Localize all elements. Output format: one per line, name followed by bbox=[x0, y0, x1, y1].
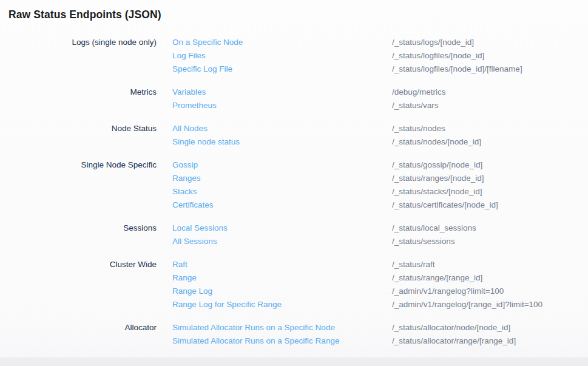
endpoint-row: Simulated Allocator Runs on a Specific R… bbox=[172, 334, 516, 348]
endpoint-link[interactable]: Range Log bbox=[172, 285, 392, 298]
category-label: Single Node Specific bbox=[0, 158, 157, 212]
endpoint-path: /_admin/v1/rangelog/[range_id]?limit=100 bbox=[392, 298, 542, 311]
endpoint-row: All Nodes /_status/nodes bbox=[172, 122, 481, 135]
endpoint-link[interactable]: Range Log for Specific Range bbox=[172, 298, 392, 311]
endpoint-path: /_status/allocator/node/[node_id] bbox=[392, 321, 510, 334]
endpoint-link[interactable]: Range bbox=[172, 271, 392, 285]
endpoint-link[interactable]: Raft bbox=[172, 258, 392, 271]
endpoint-row: Raft /_status/raft bbox=[172, 258, 542, 271]
endpoint-group: Sessions Local Sessions /_status/local_s… bbox=[0, 222, 588, 248]
endpoint-path: /_status/nodes/[node_id] bbox=[392, 135, 481, 149]
endpoint-row: Variables /debug/metrics bbox=[172, 86, 446, 99]
endpoint-link[interactable]: Specific Log File bbox=[172, 63, 392, 76]
endpoint-path: /_status/raft bbox=[392, 258, 435, 271]
entry-list: All Nodes /_status/nodes Single node sta… bbox=[172, 122, 481, 149]
endpoint-groups: Logs (single node only) On a Specific No… bbox=[0, 36, 588, 348]
endpoint-path: /_status/ranges/[node_id] bbox=[392, 172, 484, 185]
endpoint-row: On a Specific Node /_status/logs/[node_i… bbox=[172, 36, 522, 49]
endpoint-row: Local Sessions /_status/local_sessions bbox=[172, 222, 476, 235]
entry-list: Simulated Allocator Runs on a Specific N… bbox=[172, 321, 516, 348]
endpoint-group: Allocator Simulated Allocator Runs on a … bbox=[0, 321, 588, 348]
endpoint-path: /_status/allocator/range/[range_id] bbox=[392, 334, 516, 348]
footer-strip bbox=[0, 358, 588, 366]
endpoint-row: Log Files /_status/logfiles/[node_id] bbox=[172, 49, 522, 63]
endpoint-path: /_status/range/[range_id] bbox=[392, 271, 482, 285]
endpoint-link[interactable]: Prometheus bbox=[172, 99, 392, 112]
entry-list: On a Specific Node /_status/logs/[node_i… bbox=[172, 36, 522, 76]
category-label: Cluster Wide bbox=[0, 258, 157, 311]
category-label: Sessions bbox=[0, 222, 157, 248]
endpoint-link[interactable]: Single node status bbox=[172, 135, 392, 149]
endpoint-row: Specific Log File /_status/logfiles/[nod… bbox=[172, 63, 522, 76]
endpoint-group: Logs (single node only) On a Specific No… bbox=[0, 36, 588, 76]
endpoint-row: Stacks /_status/stacks/[node_id] bbox=[172, 185, 498, 198]
endpoint-path: /_status/gossip/[node_id] bbox=[392, 158, 482, 172]
endpoint-link[interactable]: Ranges bbox=[172, 172, 392, 185]
entry-list: Variables /debug/metrics Prometheus /_st… bbox=[172, 86, 446, 112]
category-label: Allocator bbox=[0, 321, 157, 348]
endpoint-path: /_status/local_sessions bbox=[392, 222, 476, 235]
raw-status-endpoints-page: Raw Status Endpoints (JSON) Logs (single… bbox=[0, 8, 588, 348]
endpoint-group: Metrics Variables /debug/metrics Prometh… bbox=[0, 86, 588, 112]
endpoint-link[interactable]: Stacks bbox=[172, 185, 392, 198]
endpoint-row: Range Log for Specific Range /_admin/v1/… bbox=[172, 298, 542, 311]
endpoint-link[interactable]: Variables bbox=[172, 86, 392, 99]
endpoint-row: Range Log /_admin/v1/rangelog?limit=100 bbox=[172, 285, 542, 298]
endpoint-link[interactable]: Local Sessions bbox=[172, 222, 392, 235]
endpoint-row: Simulated Allocator Runs on a Specific N… bbox=[172, 321, 516, 334]
endpoint-group: Cluster Wide Raft /_status/raft Range /_… bbox=[0, 258, 588, 311]
page-title: Raw Status Endpoints (JSON) bbox=[8, 8, 588, 21]
endpoint-link[interactable]: Simulated Allocator Runs on a Specific R… bbox=[172, 334, 392, 348]
category-label: Logs (single node only) bbox=[0, 36, 157, 76]
endpoint-row: Ranges /_status/ranges/[node_id] bbox=[172, 172, 498, 185]
endpoint-row: Single node status /_status/nodes/[node_… bbox=[172, 135, 481, 149]
endpoint-group: Single Node Specific Gossip /_status/gos… bbox=[0, 158, 588, 212]
endpoint-path: /_status/logfiles/[node_id] bbox=[392, 49, 484, 63]
endpoint-link[interactable]: All Nodes bbox=[172, 122, 392, 135]
endpoint-path: /_status/nodes bbox=[392, 122, 445, 135]
category-label: Node Status bbox=[0, 122, 157, 149]
endpoint-path: /debug/metrics bbox=[392, 86, 446, 99]
entry-list: Raft /_status/raft Range /_status/range/… bbox=[172, 258, 542, 311]
endpoint-row: All Sessions /_status/sessions bbox=[172, 235, 476, 248]
endpoint-group: Node Status All Nodes /_status/nodes Sin… bbox=[0, 122, 588, 149]
endpoint-path: /_status/sessions bbox=[392, 235, 455, 248]
endpoint-row: Prometheus /_status/vars bbox=[172, 99, 446, 112]
endpoint-row: Range /_status/range/[range_id] bbox=[172, 271, 542, 285]
entry-list: Local Sessions /_status/local_sessions A… bbox=[172, 222, 476, 248]
endpoint-path: /_status/logfiles/[node_id]/[filename] bbox=[392, 63, 522, 76]
endpoint-link[interactable]: Simulated Allocator Runs on a Specific N… bbox=[172, 321, 392, 334]
endpoint-path: /_status/logs/[node_id] bbox=[392, 36, 474, 49]
entry-list: Gossip /_status/gossip/[node_id] Ranges … bbox=[172, 158, 498, 212]
endpoint-link[interactable]: Log Files bbox=[172, 49, 392, 63]
category-label: Metrics bbox=[0, 86, 157, 112]
endpoint-path: /_status/stacks/[node_id] bbox=[392, 185, 482, 198]
endpoint-link[interactable]: Certificates bbox=[172, 198, 392, 212]
endpoint-link[interactable]: On a Specific Node bbox=[172, 36, 392, 49]
endpoint-row: Gossip /_status/gossip/[node_id] bbox=[172, 158, 498, 172]
endpoint-row: Certificates /_status/certificates/[node… bbox=[172, 198, 498, 212]
endpoint-link[interactable]: All Sessions bbox=[172, 235, 392, 248]
endpoint-path: /_status/vars bbox=[392, 99, 439, 112]
endpoint-path: /_status/certificates/[node_id] bbox=[392, 198, 498, 212]
endpoint-path: /_admin/v1/rangelog?limit=100 bbox=[392, 285, 504, 298]
endpoint-link[interactable]: Gossip bbox=[172, 158, 392, 172]
